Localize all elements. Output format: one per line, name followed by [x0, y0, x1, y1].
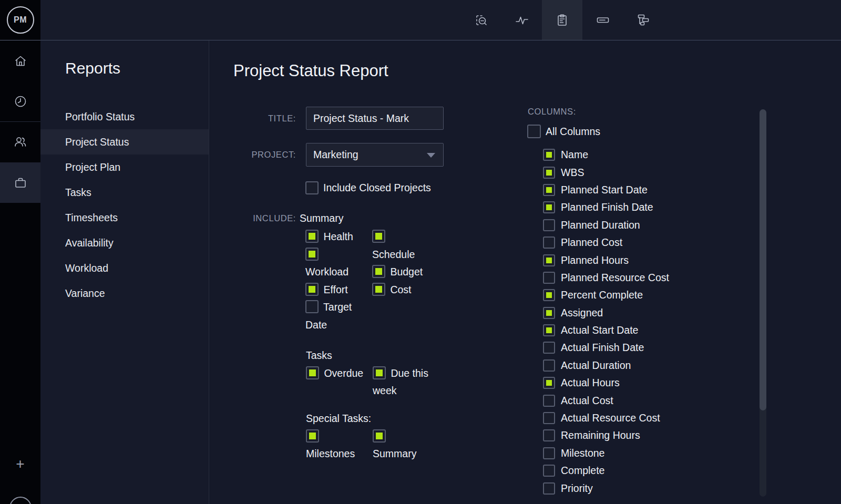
checkbox-box — [543, 429, 555, 441]
report-item-project-status[interactable]: Project Status — [40, 129, 209, 155]
nav-home[interactable] — [0, 40, 40, 81]
checkbox-label: Budget — [390, 266, 423, 277]
include-health-checkbox[interactable]: Health — [305, 228, 372, 246]
column-priority-checkbox[interactable]: Priority — [543, 479, 669, 497]
project-dropdown[interactable]: Marketing — [306, 143, 444, 167]
report-item-project-plan[interactable]: Project Plan — [40, 155, 209, 180]
column-assigned-checkbox[interactable]: Assigned — [543, 304, 669, 322]
checkbox-box — [543, 482, 555, 495]
clock-icon — [14, 95, 27, 108]
column-complete-checkbox[interactable]: Complete — [543, 462, 669, 479]
checkbox-box — [543, 412, 555, 424]
add-button[interactable]: + — [16, 457, 24, 471]
column-actual-duration-checkbox[interactable]: Actual Duration — [543, 357, 669, 374]
scrollbar-thumb[interactable] — [760, 109, 766, 410]
column-actual-hours-checkbox[interactable]: Actual Hours — [543, 374, 669, 392]
checkbox-box — [372, 230, 385, 243]
checkbox-box — [306, 429, 319, 443]
tab-card[interactable] — [582, 0, 623, 40]
include-workload-checkbox[interactable]: Workload — [305, 246, 372, 281]
report-item-workload[interactable]: Workload — [40, 255, 209, 281]
pm-logo[interactable]: PM — [7, 6, 34, 34]
checkbox-box — [305, 283, 319, 296]
include-milestones-checkbox[interactable]: Milestones — [306, 428, 372, 463]
checkbox-box — [373, 429, 386, 443]
checkbox-label: Actual Hours — [561, 377, 620, 389]
report-item-timesheets[interactable]: Timesheets — [40, 205, 209, 230]
checkbox-label: Effort — [323, 284, 347, 295]
checkbox-box — [543, 167, 555, 179]
checkbox-box — [305, 300, 319, 313]
include-budget-checkbox[interactable]: Budget — [372, 263, 438, 281]
column-remaining-hours-checkbox[interactable]: Remaining Hours — [543, 427, 669, 444]
column-milestone-checkbox[interactable]: Milestone — [543, 445, 669, 462]
tab-search[interactable] — [461, 0, 501, 40]
checkbox-box — [543, 395, 555, 407]
include-overdue-checkbox[interactable]: Overdue — [306, 365, 372, 383]
column-planned-duration-checkbox[interactable]: Planned Duration — [543, 217, 669, 234]
column-planned-finish-date-checkbox[interactable]: Planned Finish Date — [543, 199, 669, 216]
nav-portfolio[interactable] — [0, 162, 40, 203]
project-field-label: PROJECT: — [209, 143, 296, 167]
portfolio-icon — [14, 176, 27, 190]
checkbox-label: Priority — [561, 482, 593, 495]
checkbox-box — [543, 201, 555, 213]
all-columns-checkbox[interactable]: All Columns — [527, 125, 600, 138]
tasks-section: Tasks Overdue Due this week — [306, 347, 439, 400]
reports-panel-title: Reports — [65, 59, 120, 77]
activity-pulse-icon — [515, 13, 529, 27]
column-wbs-checkbox[interactable]: WBS — [543, 163, 669, 181]
column-planned-cost-checkbox[interactable]: Planned Cost — [543, 234, 669, 251]
column-name-checkbox[interactable]: Name — [543, 146, 669, 163]
report-item-availability[interactable]: Availability — [40, 230, 209, 255]
tasks-heading: Tasks — [306, 347, 439, 365]
checkbox-box — [543, 465, 555, 477]
column-actual-cost-checkbox[interactable]: Actual Cost — [543, 392, 669, 409]
pm-logo-text: PM — [14, 15, 27, 25]
tab-workflow[interactable] — [623, 0, 663, 40]
checkbox-label: Actual Cost — [561, 395, 613, 407]
team-icon — [13, 135, 27, 149]
column-actual-start-date-checkbox[interactable]: Actual Start Date — [543, 322, 669, 339]
checkbox-box — [373, 366, 386, 379]
help-icon[interactable] — [9, 497, 32, 504]
checkbox-box — [543, 184, 555, 196]
column-planned-start-date-checkbox[interactable]: Planned Start Date — [543, 181, 669, 199]
report-item-portfolio-status[interactable]: Portfolio Status — [40, 104, 209, 129]
main-content: Project Status Report TITLE: PROJECT: Ma… — [209, 40, 841, 504]
checkbox-label: Actual Resource Cost — [561, 412, 660, 424]
column-actual-resource-cost-checkbox[interactable]: Actual Resource Cost — [543, 409, 669, 427]
left-rail: PM + — [0, 0, 40, 504]
include-schedule-checkbox[interactable]: Schedule — [372, 228, 438, 263]
column-percent-complete-checkbox[interactable]: Percent Complete — [543, 286, 669, 304]
column-planned-resource-cost-checkbox[interactable]: Planned Resource Cost — [543, 269, 669, 286]
column-planned-hours-checkbox[interactable]: Planned Hours — [543, 251, 669, 269]
checkbox-box — [543, 149, 555, 161]
checkbox-box — [543, 236, 555, 249]
search-select-icon — [474, 13, 488, 27]
report-item-variance[interactable]: Variance — [40, 281, 209, 306]
checkbox-label: Milestone — [561, 447, 604, 459]
include-cost-checkbox[interactable]: Cost — [372, 281, 438, 299]
include-label: INCLUDE: — [209, 210, 296, 228]
checkbox-label: Milestones — [306, 445, 372, 463]
include-target-date-checkbox[interactable]: Target Date — [305, 299, 372, 334]
include-summary-checkbox[interactable]: Summary — [373, 428, 439, 463]
column-actual-finish-date-checkbox[interactable]: Actual Finish Date — [543, 339, 669, 356]
title-field-label: TITLE: — [209, 107, 296, 130]
tab-reports[interactable] — [542, 0, 582, 40]
nav-team[interactable] — [0, 122, 40, 162]
report-item-tasks[interactable]: Tasks — [40, 180, 209, 205]
nav-time[interactable] — [0, 81, 40, 121]
special-tasks-heading: Special Tasks: — [306, 410, 439, 428]
checkbox-label: Overdue — [324, 367, 363, 379]
title-input[interactable] — [306, 107, 444, 130]
workflow-blocks-icon — [636, 13, 651, 27]
include-effort-checkbox[interactable]: Effort — [305, 281, 372, 299]
checkbox-label: Percent Complete — [561, 289, 643, 301]
page-title: Project Status Report — [233, 61, 388, 80]
tab-activity[interactable] — [501, 0, 542, 40]
include-closed-projects-checkbox[interactable]: Include Closed Projects — [305, 181, 431, 194]
checkbox-label: Complete — [561, 465, 604, 477]
include-due-this-week-checkbox[interactable]: Due this week — [373, 365, 439, 400]
